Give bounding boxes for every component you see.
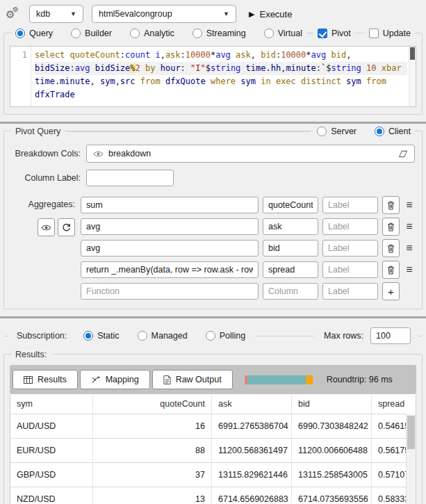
table-cell: 0.5710784313722: [372, 463, 407, 487]
delete-aggregate-button[interactable]: [382, 239, 400, 257]
table-cell: 6990.7303848242: [292, 414, 372, 439]
new-function-input[interactable]: [81, 283, 259, 300]
pivot-query-legend-text: Pivot Query: [11, 125, 65, 138]
aggregate-function-input[interactable]: [81, 197, 259, 213]
code-line: select quoteCount:count i,ask:10000*avg …: [35, 49, 407, 62]
query-type-builder[interactable]: Builder: [71, 29, 112, 38]
tab-mapping[interactable]: Mapping: [80, 370, 150, 389]
query-code-editor[interactable]: 1 select quoteCount:count i,ask:10000*av…: [10, 46, 416, 107]
query-type-streaming[interactable]: Streaming: [192, 29, 246, 38]
table-scrollbar[interactable]: ▼: [406, 414, 416, 504]
aggregate-label-input[interactable]: [322, 240, 378, 257]
update-checkbox[interactable]: Update: [369, 29, 411, 38]
aggregate-label-input[interactable]: [322, 197, 378, 213]
delete-aggregate-button[interactable]: [382, 218, 400, 236]
eye-icon: [41, 224, 51, 231]
connection-select[interactable]: kdb ▼: [29, 5, 83, 23]
drag-handle-icon[interactable]: ≡: [404, 220, 415, 233]
aggregate-function-input[interactable]: [81, 261, 259, 278]
radio-label: Server: [331, 127, 357, 136]
radio-unselected-icon: [138, 331, 147, 341]
aggregate-function-input[interactable]: [81, 218, 259, 235]
editor-scrollbar[interactable]: [409, 47, 416, 106]
query-type-virtual[interactable]: Virtual: [264, 29, 302, 38]
aggregate-function-input[interactable]: [81, 240, 259, 257]
breakdown-input[interactable]: breakdown: [86, 145, 415, 163]
column-header-bid[interactable]: bid: [292, 394, 372, 414]
subscription-mode-managed[interactable]: Managed: [138, 331, 188, 341]
drag-handle-icon[interactable]: ≡: [404, 263, 415, 276]
radio-unselected-icon: [206, 331, 215, 341]
mapping-icon: [91, 376, 101, 384]
tab-results[interactable]: Results: [13, 370, 78, 389]
refresh-aggregates-button[interactable]: [58, 218, 75, 236]
aggregate-column-input[interactable]: [263, 240, 318, 257]
trash-icon: [387, 266, 395, 275]
table-row[interactable]: AUD/USD166991.27653867046990.73038482420…: [10, 414, 407, 439]
column-header-quotecount[interactable]: quoteCount: [93, 394, 212, 414]
editor-code: select quoteCount:count i,ask:10000*avg …: [31, 47, 416, 106]
divider-line: [67, 131, 310, 132]
table-row[interactable]: NZD/USD136714.65690268836714.07356935560…: [10, 487, 407, 504]
column-header-ask[interactable]: ask: [212, 394, 292, 414]
column-label-input[interactable]: [86, 170, 174, 186]
aggregate-row: ≡: [81, 239, 415, 257]
new-label-input[interactable]: [322, 283, 378, 300]
aggregate-column-input[interactable]: [263, 218, 318, 235]
column-label-row: Column Label:: [11, 170, 415, 186]
trash-icon: [387, 201, 395, 210]
execute-button[interactable]: ▶ Execute: [249, 9, 292, 19]
max-rows-input[interactable]: [370, 327, 411, 344]
new-column-input[interactable]: [263, 283, 318, 300]
aggregates-section: Aggregates: ≡≡≡≡+: [11, 196, 415, 309]
radio-label: Managed: [151, 331, 188, 341]
pivot-mode-client[interactable]: Client: [375, 127, 411, 136]
aggregate-column-input[interactable]: [263, 197, 318, 213]
results-legend-text: Results:: [11, 348, 51, 361]
subscription-mode-polling[interactable]: Polling: [206, 331, 246, 341]
radio-label: Polling: [220, 331, 246, 341]
pivot-mode-server[interactable]: Server: [317, 127, 357, 136]
roundtrip-progress-bar: [245, 375, 313, 384]
aggregates-left: Aggregates:: [11, 196, 81, 300]
radio-label: Client: [388, 127, 411, 136]
aggregate-column-input[interactable]: [263, 261, 318, 278]
table-row[interactable]: EUR/USD8811200.56836149711200.0066064880…: [10, 439, 407, 463]
aggregate-label-input[interactable]: [322, 261, 378, 278]
delete-aggregate-button[interactable]: [382, 261, 400, 279]
clear-breakdown-icon[interactable]: [398, 150, 408, 158]
preview-aggregates-button[interactable]: [38, 218, 55, 236]
settings-gears-icon[interactable]: ⚙⚙: [6, 6, 21, 22]
table-row[interactable]: GBP/USD3713115.82962144613115.2585430050…: [10, 463, 407, 487]
drag-handle-icon[interactable]: ≡: [404, 242, 415, 254]
table-scrollbar-thumb[interactable]: [407, 416, 415, 449]
table-cell: 13: [93, 487, 212, 504]
refresh-icon: [62, 223, 71, 232]
pivot-checkbox-label: Pivot: [331, 29, 351, 38]
subscription-mode-static[interactable]: Static: [83, 331, 119, 341]
delete-aggregate-button[interactable]: [382, 196, 400, 214]
query-type-query[interactable]: Query: [15, 29, 53, 38]
tab-raw-output[interactable]: Raw Output: [152, 370, 233, 389]
divider-line: [418, 336, 422, 336]
query-group-select[interactable]: html5evalcongroup ▼: [92, 5, 236, 23]
table-cell: 0.5461538461538: [372, 414, 407, 439]
aggregate-label-input[interactable]: [322, 218, 378, 235]
column-header-sym[interactable]: sym: [10, 394, 93, 414]
editor-scrollbar-thumb[interactable]: [410, 47, 415, 60]
radio-unselected-icon: [264, 29, 274, 38]
pivot-checkbox[interactable]: Pivot: [318, 29, 351, 38]
radio-label: Query: [29, 29, 53, 38]
table-cell: GBP/USD: [10, 463, 93, 487]
document-icon: [163, 375, 171, 384]
radio-unselected-icon: [192, 29, 202, 38]
aggregate-row: ≡: [81, 261, 415, 279]
query-type-analytic[interactable]: Analytic: [130, 29, 174, 38]
radio-label: Streaming: [206, 29, 246, 38]
query-type-radios: QueryBuilderAnalyticStreamingVirtual: [11, 27, 306, 40]
drag-handle-icon[interactable]: ≡: [404, 199, 415, 211]
add-aggregate-button[interactable]: +: [382, 282, 400, 300]
column-header-spread[interactable]: spread: [372, 394, 407, 414]
results-panel: Results: ResultsMappingRaw Output Roundt…: [3, 354, 423, 504]
aggregate-row: ≡: [81, 196, 415, 214]
